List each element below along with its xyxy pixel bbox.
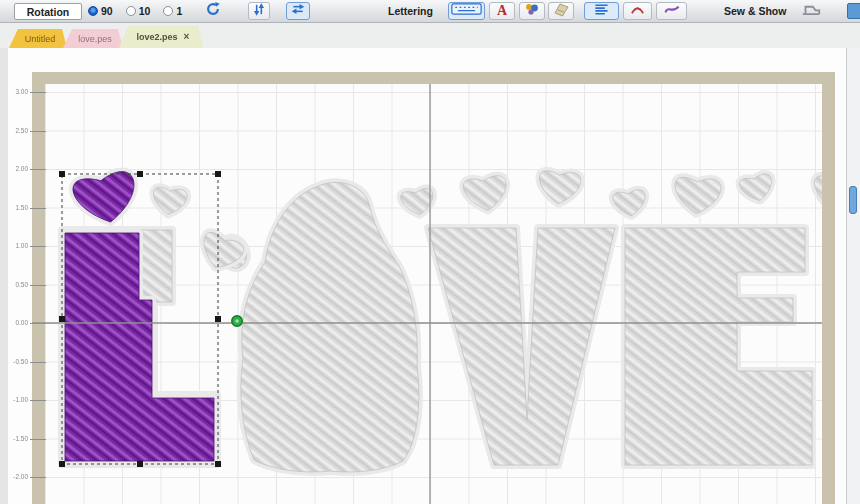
selection-handle[interactable] (59, 461, 65, 467)
ruler-label: 0.50 (10, 281, 28, 287)
heart-1-purple[interactable] (73, 172, 134, 222)
ruler-label: 2.50 (10, 127, 28, 133)
sew-machine-icon (800, 2, 822, 21)
rotate-icon (205, 1, 221, 21)
radio-label: 1 (176, 5, 182, 17)
rotation-radio-1[interactable]: 1 (163, 5, 182, 17)
tab-love2-pes[interactable]: love2.pes× (119, 26, 203, 48)
align-lines-icon (593, 2, 610, 21)
ruler-label: -1.50 (10, 435, 28, 441)
radio-dot[interactable] (126, 6, 136, 16)
sew-simulator-button[interactable] (798, 2, 824, 20)
lettering-label: Lettering (388, 5, 433, 17)
tab-untitled[interactable]: Untitled (9, 29, 67, 48)
design-artwork (32, 84, 822, 504)
selection-handle[interactable] (137, 171, 143, 177)
flip-vertical-icon (252, 2, 266, 21)
rotation-radio-90[interactable]: 90 (88, 5, 113, 17)
wave-text-icon (663, 2, 681, 20)
applique-icon (553, 1, 569, 21)
letter-a-icon: A (497, 4, 507, 18)
selection-handle[interactable] (215, 171, 221, 177)
vertical-scrollbar[interactable] (846, 48, 860, 504)
letter-e[interactable] (625, 228, 812, 465)
heart-8-gray[interactable] (675, 177, 721, 213)
sew-show-label: Sew & Show (724, 5, 786, 17)
rotation-dropdown[interactable]: Rotation (14, 3, 82, 20)
letter-properties-button[interactable]: A (489, 2, 515, 20)
selection-handle[interactable] (137, 461, 143, 467)
selection-handle[interactable] (215, 461, 221, 467)
text-align-button[interactable] (584, 2, 619, 20)
ruler-label: -0.50 (10, 358, 28, 364)
radio-dot[interactable] (88, 6, 98, 16)
monogram-button[interactable] (519, 2, 545, 20)
selection-handle[interactable] (215, 316, 221, 322)
ruler-label: -1.00 (10, 396, 28, 402)
tab-label: love.pes (78, 34, 112, 44)
ruler-label: 1.50 (10, 204, 28, 210)
heart-6-gray[interactable] (539, 171, 580, 204)
selection-handle[interactable] (59, 316, 65, 322)
flip-vertical-button[interactable] (248, 2, 270, 20)
panel-icon (847, 3, 860, 19)
radio-label: 90 (101, 5, 113, 17)
ruler-label: 2.00 (10, 165, 28, 171)
applique-button[interactable] (548, 2, 574, 20)
ruler-label: 0.00 (10, 319, 28, 325)
tab-label: love2.pes (137, 32, 178, 42)
ruler-label: 3.00 (10, 88, 28, 94)
keyboard-icon (451, 2, 482, 20)
radio-dot[interactable] (163, 6, 173, 16)
arc-text-button[interactable] (623, 2, 652, 20)
wave-text-button[interactable] (656, 2, 687, 20)
tab-love-pes[interactable]: love.pes (63, 29, 123, 48)
selection-handle[interactable] (59, 171, 65, 177)
radio-label: 10 (139, 5, 151, 17)
gnome-body[interactable] (241, 182, 419, 472)
rotation-handle-center (235, 319, 239, 323)
rotation-label: Rotation (27, 6, 70, 18)
ruler-label: -2.00 (10, 473, 28, 479)
tab-close-icon[interactable]: × (184, 32, 190, 42)
rotation-radio-10[interactable]: 10 (126, 5, 151, 17)
flip-horizontal-icon (290, 2, 306, 20)
lettering-keyboard-button[interactable] (448, 2, 485, 20)
tab-label: Untitled (25, 34, 56, 44)
rotate-button[interactable] (203, 2, 223, 20)
ruler-label: 1.00 (10, 242, 28, 248)
show-panel-button[interactable] (846, 2, 860, 20)
design-canvas[interactable]: 3.002.502.001.501.000.500.00-0.50-1.00-1… (8, 48, 846, 504)
flip-horizontal-button[interactable] (286, 2, 310, 20)
application-window: Rotation 90101 Lettering A (0, 0, 860, 504)
scrollbar-thumb[interactable] (849, 186, 857, 214)
toolbar: Rotation 90101 Lettering A (0, 0, 860, 23)
arc-text-icon (629, 2, 646, 20)
monogram-icon (524, 1, 540, 21)
rotation-step-radios: 90101 (88, 0, 182, 22)
document-tab-bar: Untitledlove.peslove2.pes× (0, 22, 860, 48)
